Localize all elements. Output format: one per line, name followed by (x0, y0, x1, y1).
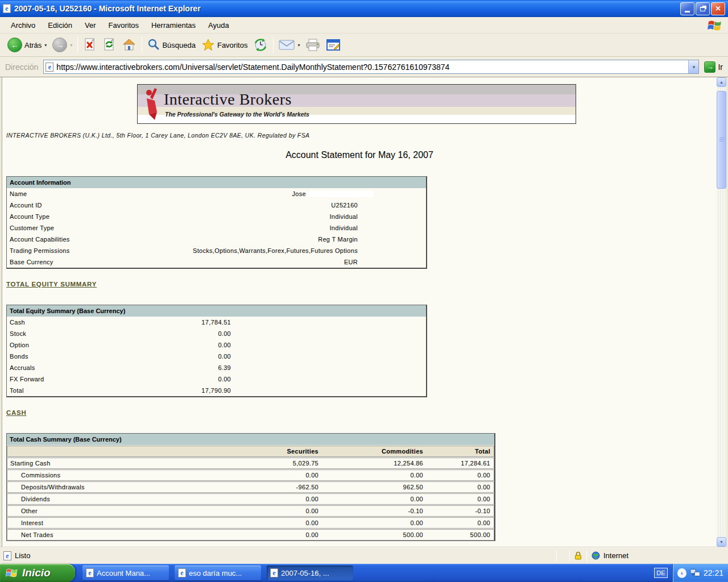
home-button[interactable] (119, 35, 139, 55)
address-dropdown-button[interactable]: ▾ (688, 60, 698, 73)
mail-button[interactable]: ▾ (276, 35, 303, 55)
taskbar: Inicio e Account Mana... e eso daría muc… (0, 564, 728, 582)
name-redaction-box (308, 191, 373, 197)
status-spacer-pane (557, 547, 569, 564)
refresh-button[interactable] (100, 35, 119, 55)
language-indicator[interactable]: DE (654, 568, 668, 578)
hide-icons-chevron-icon[interactable]: ‹ (677, 568, 686, 578)
table-row: Base Currency EUR (7, 256, 426, 268)
table-row: Trading Permissions Stocks,Options,Warra… (7, 245, 426, 256)
column-header-commodities: Commodities (318, 448, 423, 455)
table-row: Total 17,790.90 (7, 385, 426, 396)
title-bar: e 2007-05-16, U252160 - Microsoft Intern… (0, 0, 728, 17)
row-label: Dividends (7, 496, 210, 502)
table-row: Other 0.00 -0.10 -0.10 (7, 505, 494, 517)
back-dropdown-icon[interactable]: ▾ (44, 43, 47, 48)
table-row: Name Jose (7, 188, 426, 199)
favorites-button[interactable]: Favoritos (198, 35, 250, 55)
table-row: FX Forward 0.00 (7, 373, 426, 385)
internet-globe-icon (592, 551, 600, 560)
row-label: Cash (10, 319, 180, 326)
refresh-icon (102, 38, 116, 52)
row-label: Net Trades (7, 531, 210, 538)
taskbar-task-eso-daria[interactable]: e eso daría muc... (175, 566, 261, 580)
back-icon: ← (7, 38, 22, 52)
print-button[interactable] (303, 35, 323, 55)
menu-favoritos[interactable]: Favoritos (102, 21, 145, 30)
taskbar-task-account-management[interactable]: e Account Mana... (82, 566, 169, 580)
forward-button[interactable]: → ▾ (49, 35, 75, 55)
vertical-scrollbar[interactable]: ▲ ▼ (717, 77, 726, 547)
ie-page-icon: e (46, 63, 53, 72)
row-value: 0.00 (180, 330, 426, 337)
go-button[interactable]: → Ir (702, 61, 725, 73)
minimize-icon (685, 11, 690, 13)
status-bar: e Listo Internet (0, 547, 728, 564)
address-label: Dirección (3, 63, 40, 72)
start-button[interactable]: Inicio (0, 564, 75, 582)
account-name: Jose (292, 190, 306, 197)
cell-securities: 0.00 (210, 496, 318, 502)
scroll-up-icon: ▲ (719, 80, 723, 84)
row-value: 0.00 (180, 342, 426, 348)
forward-dropdown-icon[interactable]: ▾ (70, 43, 72, 48)
cell-total: 500.00 (423, 531, 494, 538)
row-value: EUR (180, 259, 426, 265)
cell-total: 0.00 (423, 519, 494, 526)
menu-ayuda[interactable]: Ayuda (202, 21, 235, 30)
cell-total: 17,284.61 (423, 460, 494, 467)
row-value: 17,784.51 (180, 319, 426, 326)
window-title: 2007-05-16, U252160 - Microsoft Internet… (14, 4, 679, 13)
task-label: eso daría muc... (189, 569, 242, 577)
row-label: Trading Permissions (10, 247, 180, 254)
cell-total: 0.00 (423, 496, 494, 502)
table-row: Stock 0.00 (7, 328, 426, 339)
mail-dropdown-icon[interactable]: ▾ (297, 43, 300, 48)
system-tray: ‹ 22:21 (672, 564, 728, 582)
cash-link[interactable]: CASH (6, 409, 26, 416)
menu-herramientas[interactable]: Herramientas (145, 21, 202, 30)
menu-ver[interactable]: Ver (78, 21, 102, 30)
back-button[interactable]: ← Atrás ▾ (5, 35, 49, 55)
ie-page-icon: e (86, 568, 94, 577)
scroll-down-icon: ▼ (719, 540, 723, 544)
mail-icon (279, 39, 295, 51)
search-label: Búsqueda (162, 41, 196, 49)
edit-button[interactable] (323, 35, 344, 55)
history-button[interactable] (250, 35, 271, 55)
table-row: Net Trades 0.00 500.00 500.00 (7, 529, 494, 541)
scroll-down-button[interactable]: ▼ (717, 537, 726, 547)
ie-page-icon: e (178, 568, 186, 577)
menu-bar: Archivo Edición Ver Favoritos Herramient… (0, 17, 728, 34)
table-row: Customer Type Individual (7, 222, 426, 234)
menu-archivo[interactable]: Archivo (5, 21, 42, 30)
scroll-up-button[interactable]: ▲ (717, 77, 726, 87)
taskbar-task-statement-active[interactable]: e 2007-05-16, ... (267, 566, 353, 580)
brand-tagline: The Professional's Gateway to the World'… (165, 111, 309, 118)
page-title: Account Statement for May 16, 2007 (2, 150, 717, 160)
total-equity-summary-link[interactable]: TOTAL EQUITY SUMMARY (6, 281, 97, 288)
column-header-securities: Securities (210, 448, 318, 455)
history-icon (253, 38, 268, 52)
address-input[interactable]: e https://www.interactivebrokers.com/Uni… (43, 60, 699, 74)
search-button[interactable]: Búsqueda (144, 35, 198, 55)
row-label: Customer Type (10, 225, 180, 231)
taskbar-clock[interactable]: 22:21 (704, 568, 723, 577)
row-label: Name (10, 190, 180, 197)
restore-button[interactable] (696, 2, 710, 15)
minimize-button[interactable] (680, 2, 694, 15)
menu-edicion[interactable]: Edición (42, 21, 78, 30)
address-url[interactable]: https://www.interactivebrokers.com/Unive… (56, 63, 685, 72)
table-row: Account Capabilities Reg T Margin (7, 234, 426, 245)
network-icon[interactable] (690, 568, 700, 577)
cell-commodities: 0.00 (318, 519, 423, 526)
forward-icon: → (52, 38, 67, 52)
windows-flag-logo (704, 18, 726, 33)
scrollbar-thumb[interactable] (717, 91, 726, 189)
row-label: Starting Cash (7, 460, 210, 467)
row-value: Individual (180, 213, 426, 220)
stop-button[interactable] (80, 35, 100, 55)
close-button[interactable]: ✕ (711, 2, 725, 15)
cell-commodities: 0.00 (318, 496, 423, 502)
table-row: Starting Cash 5,029.75 12,254.86 17,284.… (7, 458, 494, 469)
